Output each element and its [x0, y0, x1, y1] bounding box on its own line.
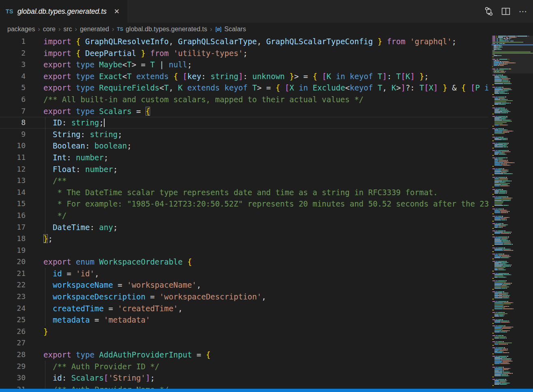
code-line[interactable]: 14 * The DateTime scalar type represents… [0, 187, 488, 198]
code-line[interactable]: 21 id = 'id', [0, 268, 488, 280]
code-token: ; [118, 130, 122, 139]
code-line[interactable]: 15 * For example: "1985-04-12T23:20:50.5… [0, 198, 488, 210]
code-text: createdTime = 'createdTime', [26, 303, 183, 314]
code-token: ] [433, 83, 438, 92]
code-token: ] [401, 83, 405, 92]
code-line[interactable]: 20export enum WorkspaceOrderable { [0, 256, 488, 268]
code-line[interactable]: 31 /** Auth Provider Name */ [0, 384, 488, 389]
code-token: 'String' [108, 373, 146, 382]
line-number: 2 [0, 47, 26, 59]
code-line[interactable]: 29 /** Auth Provider ID */ [0, 361, 488, 373]
code-token: , [382, 83, 391, 92]
code-line[interactable]: 1import { GraphQLResolveInfo, GraphQLSca… [0, 36, 488, 47]
code-line[interactable]: 16 */ [0, 210, 488, 222]
code-line[interactable]: 9 String: string; [0, 129, 488, 140]
line-number: 13 [0, 175, 26, 187]
code-line[interactable]: 7export type Scalars = { [0, 106, 488, 117]
code-line[interactable]: 8 ID: string; [0, 117, 488, 129]
code-line[interactable]: 23 workspaceDescription = 'workspaceDesc… [0, 291, 488, 303]
symbol-variable-icon [215, 26, 222, 33]
code-token [71, 83, 76, 92]
code-token: { [76, 37, 80, 46]
breadcrumb-item-core[interactable]: core [43, 26, 56, 33]
code-token: > = [131, 60, 150, 69]
breadcrumb-item-packages[interactable]: packages [7, 26, 35, 33]
code-token: T [127, 60, 131, 69]
code-token: } [443, 83, 447, 92]
code-token: | [155, 60, 169, 69]
code-line[interactable]: 4export type Exact<T extends { [key: str… [0, 71, 488, 82]
status-bar[interactable] [0, 389, 533, 392]
code-line[interactable]: 28export type AddAuthProviderInput = { [0, 349, 488, 361]
code-token: keyof [350, 72, 373, 81]
code-token: P [475, 83, 479, 92]
code-token: in [299, 83, 308, 92]
code-line[interactable]: 19 [0, 245, 488, 256]
minimap-viewport-slider[interactable] [492, 36, 533, 73]
breadcrumb-item-global-db-types-generated-ts[interactable]: TSglobal.db.types.generated.ts [117, 26, 207, 33]
code-token: Scalars [99, 107, 131, 116]
code-line[interactable]: 22 workspaceName = 'workspaceName', [0, 279, 488, 291]
code-line[interactable]: 11 Int: number; [0, 152, 488, 164]
code-token: ] [410, 72, 415, 81]
breadcrumb-label: packages [7, 26, 35, 33]
code-token: } [141, 49, 145, 58]
line-number: 18 [0, 233, 26, 245]
code-line[interactable]: 24 createdTime = 'createdTime', [0, 303, 488, 314]
code-line[interactable]: 6/** All built-in and custom scalars, ma… [0, 94, 488, 106]
code-token: String [53, 130, 81, 139]
indent-guide [45, 268, 45, 280]
breadcrumb-label: global.db.types.generated.ts [126, 26, 207, 33]
code-token: i [484, 83, 488, 92]
line-number: 27 [0, 337, 26, 349]
code-token: Boolean [53, 141, 85, 150]
code-area[interactable]: 1import { GraphQLResolveInfo, GraphQLSca… [0, 36, 488, 389]
code-line[interactable]: 2import { DeepPartial } from 'utility-ty… [0, 47, 488, 59]
code-token [95, 83, 99, 92]
breadcrumb-separator-icon: › [72, 26, 80, 33]
code-line[interactable]: 10 Boolean: boolean; [0, 140, 488, 152]
code-token: K [391, 83, 396, 92]
code-token: [ [424, 83, 428, 92]
code-token: GraphQLScalarTypeConfig [266, 37, 373, 46]
breadcrumb-item-generated[interactable]: generated [80, 26, 109, 33]
code-line[interactable]: 13 /** [0, 175, 488, 187]
tab-global-db-types-generated-ts[interactable]: TS global.db.types.generated.ts ✕ [0, 0, 127, 23]
code-token: : [201, 72, 211, 81]
code-line[interactable]: 30 id: Scalars['String']; [0, 372, 488, 384]
line-number: 23 [0, 291, 26, 303]
code-token: = [146, 292, 159, 301]
code-token: /** Auth Provider Name */ [53, 385, 169, 389]
code-line[interactable]: 18}; [0, 233, 488, 245]
more-actions-button[interactable]: ⋯ [516, 5, 530, 18]
code-token: : [85, 141, 95, 150]
indent-guide [45, 187, 45, 198]
code-token [308, 83, 312, 92]
code-token: any [99, 223, 113, 232]
line-number: 1 [0, 36, 26, 47]
code-text: Boolean: boolean; [26, 140, 131, 152]
breadcrumb-item-src[interactable]: src [63, 26, 72, 33]
code-line[interactable]: 3export type Maybe<T> = T | null; [0, 59, 488, 71]
code-token: ?: [406, 83, 419, 92]
open-changes-button[interactable] [482, 5, 496, 18]
code-line[interactable]: 17 DateTime: any; [0, 222, 488, 233]
code-token [146, 49, 150, 58]
breadcrumb-item-scalars[interactable]: Scalars [215, 26, 246, 33]
minimap[interactable] [492, 36, 533, 389]
code-token: [ [104, 373, 108, 382]
code-token: export [43, 107, 71, 116]
code-token: = [131, 107, 145, 116]
code-line[interactable]: 26} [0, 326, 488, 338]
code-line[interactable]: 27 [0, 337, 488, 349]
code-token: id [53, 269, 62, 278]
code-line[interactable]: 25 metadata = 'metadata' [0, 314, 488, 326]
code-line[interactable]: 12 Float: number; [0, 164, 488, 175]
close-tab-icon[interactable]: ✕ [114, 7, 120, 16]
line-number: 8 [0, 117, 26, 129]
minimap-gap [488, 36, 492, 389]
code-line[interactable]: 5export type RequireFields<T, K extends … [0, 82, 488, 94]
code-text: Int: number; [26, 152, 108, 164]
code-token: { [146, 107, 150, 116]
split-editor-button[interactable] [499, 5, 513, 18]
